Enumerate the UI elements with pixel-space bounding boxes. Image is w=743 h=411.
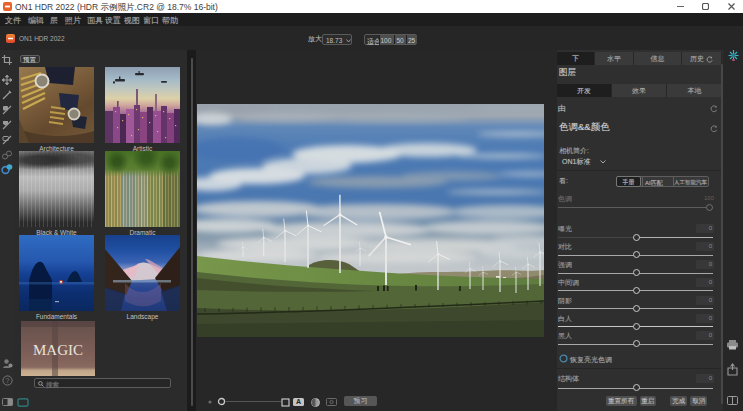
svg-text:?: ? [6,377,10,384]
svg-text:MAGIC: MAGIC [33,342,83,358]
